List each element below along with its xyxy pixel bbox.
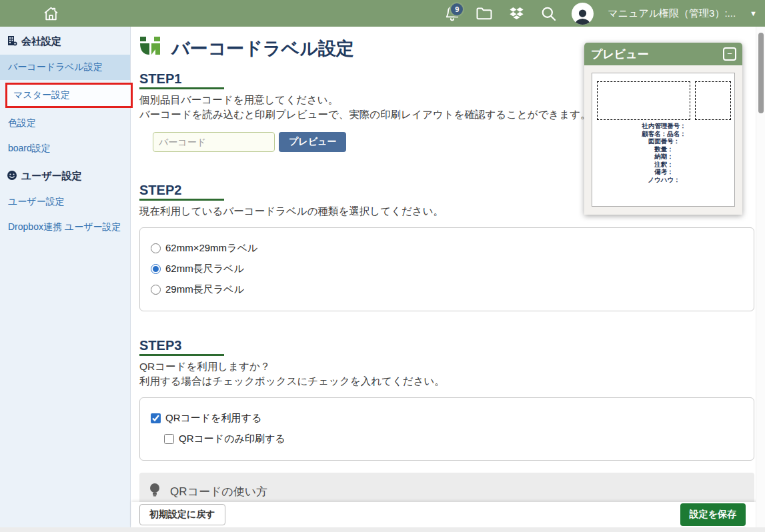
radio-29mm-long-label-text[interactable]: 29mm長尺ラベル <box>165 283 244 296</box>
label-preview-sheet: 社内管理番号： 顧客名：品名： 図面番号： 数量： 納期： 注釈： 備考： ノウ… <box>592 73 735 207</box>
search-icon[interactable] <box>540 5 558 23</box>
label-type-group: 62mm×29mmラベル 62mm長尺ラベル 29mm長尺ラベル <box>139 227 754 311</box>
topbar: 9 マニュアル権限（管理3）:... ▼ <box>0 0 765 27</box>
label-field: 数量： <box>597 145 731 153</box>
label-field: 納期： <box>597 153 731 161</box>
qr-placeholder-box <box>695 81 731 120</box>
page-title: バーコードラベル設定 <box>171 37 354 61</box>
barcode-input[interactable] <box>153 132 275 152</box>
qr-help-label: QRコードの使い方 <box>170 484 267 499</box>
step3-section: STEP3 QRコードを利用しますか？ 利用する場合はチェックボックスにチェック… <box>139 338 754 461</box>
avatar[interactable] <box>572 3 594 25</box>
home-icon[interactable] <box>43 5 59 22</box>
footer-bar: 初期設定に戻す 設定を保存 <box>131 502 765 527</box>
sidebar-item-dropbox-user-settings[interactable]: Dropbox連携 ユーザー設定 <box>0 215 130 240</box>
preview-panel-body: 社内管理番号： 顧客名：品名： 図面番号： 数量： 納期： 注釈： 備考： ノウ… <box>584 65 742 215</box>
scrollbar-thumb[interactable] <box>758 33 764 113</box>
preview-panel-header: プレビュー − <box>584 43 742 65</box>
checkbox-qr-only-print-label[interactable]: QRコードのみ印刷する <box>179 433 285 445</box>
radio-row-29long: 29mm長尺ラベル <box>151 279 743 300</box>
topbar-right: 9 マニュアル権限（管理3）:... ▼ <box>444 3 765 25</box>
barcode-placeholder-box <box>597 81 690 120</box>
qr-option-group: QRコードを利用する QRコードのみ印刷する <box>139 397 754 461</box>
account-menu-label[interactable]: マニュアル権限（管理3）:... <box>608 7 736 20</box>
radio-62mm-long-label[interactable] <box>151 264 161 274</box>
window-bottom-strip <box>0 527 765 532</box>
chevron-down-icon[interactable]: ▼ <box>750 9 757 17</box>
label-field: 注釈： <box>597 161 731 169</box>
label-field: 社内管理番号： <box>597 122 731 130</box>
reset-defaults-button[interactable]: 初期設定に戻す <box>139 504 225 525</box>
step2-heading: STEP2 <box>139 183 224 201</box>
sidebar-item-master-settings[interactable]: マスター設定 <box>5 83 133 108</box>
step3-desc-1: QRコードを利用しますか？ <box>139 360 754 373</box>
topbar-left <box>0 5 59 22</box>
sidebar-section-user-label: ユーザー設定 <box>21 170 82 183</box>
label-field: ノウハウ： <box>597 176 731 184</box>
smiley-icon <box>7 170 17 183</box>
lightbulb-icon <box>149 483 161 501</box>
menu-icon[interactable] <box>11 9 27 18</box>
sidebar-item-board-settings[interactable]: board設定 <box>0 136 130 161</box>
step1-heading: STEP1 <box>139 71 224 89</box>
preview-panel: プレビュー − 社内管理番号： 顧客名：品名： 図面番号： 数量： 納期： 注釈… <box>584 43 742 215</box>
radio-62x29mm-label-text[interactable]: 62mm×29mmラベル <box>165 242 257 255</box>
label-preview-placeholders <box>597 81 731 120</box>
checkbox-qr-only-print[interactable] <box>164 434 174 444</box>
minimize-icon[interactable]: − <box>723 47 736 61</box>
sidebar: 会社設定 バーコードラベル設定 マスター設定 色設定 board設定 ユーザー設… <box>0 27 131 532</box>
checkbox-row-qr-only: QRコードのみ印刷する <box>164 429 743 449</box>
scrollbar-track[interactable] <box>756 27 765 527</box>
label-field: 顧客名：品名： <box>597 130 731 138</box>
app-logo-icon <box>139 36 165 61</box>
label-field: 図面番号： <box>597 137 731 145</box>
sidebar-section-company: 会社設定 <box>0 27 130 55</box>
checkbox-use-qr[interactable] <box>151 413 161 423</box>
preview-button[interactable]: プレビュー <box>279 132 346 152</box>
label-field: 備考： <box>597 168 731 176</box>
sidebar-section-user: ユーザー設定 <box>0 161 130 189</box>
sidebar-item-user-settings[interactable]: ユーザー設定 <box>0 189 130 215</box>
notifications-bell-icon[interactable]: 9 <box>444 5 461 22</box>
notification-badge: 9 <box>450 2 464 17</box>
radio-row-62long: 62mm長尺ラベル <box>151 259 743 279</box>
save-settings-button[interactable]: 設定を保存 <box>680 503 746 526</box>
dropbox-icon[interactable] <box>508 5 526 23</box>
radio-row-62x29: 62mm×29mmラベル <box>151 238 743 259</box>
sidebar-item-color-settings[interactable]: 色設定 <box>0 111 130 136</box>
radio-62x29mm-label[interactable] <box>151 243 161 253</box>
radio-62mm-long-label-text[interactable]: 62mm長尺ラベル <box>165 263 244 275</box>
step3-desc-2: 利用する場合はチェックボックスにチェックを入れてください。 <box>139 375 754 388</box>
sidebar-section-company-label: 会社設定 <box>21 35 61 48</box>
building-icon <box>7 35 17 48</box>
radio-29mm-long-label[interactable] <box>151 285 161 295</box>
checkbox-use-qr-label[interactable]: QRコードを利用する <box>165 412 261 425</box>
preview-panel-title: プレビュー <box>591 47 649 62</box>
sidebar-item-barcode-label-settings[interactable]: バーコードラベル設定 <box>0 55 130 80</box>
label-field-lines: 社内管理番号： 顧客名：品名： 図面番号： 数量： 納期： 注釈： 備考： ノウ… <box>597 122 731 183</box>
checkbox-row-use-qr: QRコードを利用する <box>151 408 743 429</box>
step3-heading: STEP3 <box>139 338 224 356</box>
folder-icon[interactable] <box>475 4 494 23</box>
